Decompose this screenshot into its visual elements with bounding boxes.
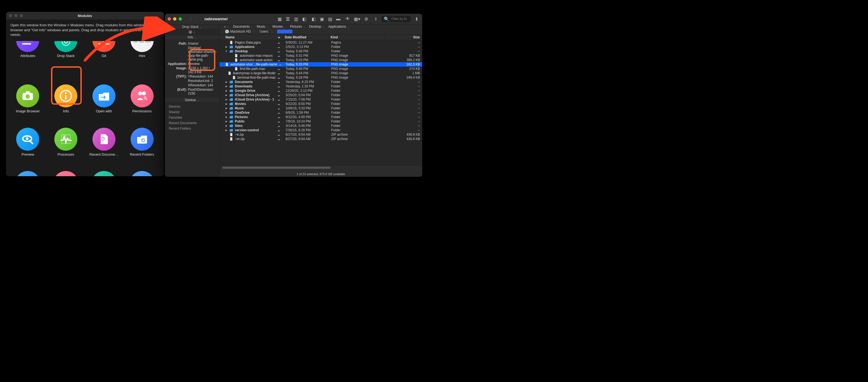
col-date[interactable]: Date Modified: [283, 35, 329, 39]
horizontal-scrollbar[interactable]: [222, 167, 420, 169]
disclosure-icon[interactable]: ▶: [225, 125, 228, 127]
list-view-icon[interactable]: ☰: [284, 16, 291, 22]
disclosure-icon[interactable]: ▶: [225, 111, 228, 114]
file-row[interactable]: ▶Music☁︎10/8/19, 3:33 PMFolder--: [219, 106, 422, 110]
fav-applications[interactable]: Applications ⌄: [329, 25, 349, 29]
pane-2-icon[interactable]: ▣: [318, 16, 325, 22]
disclosure-icon[interactable]: ▶: [225, 89, 228, 92]
home-icon[interactable]: ⌂ ⌄: [224, 25, 229, 29]
col-kind[interactable]: Kind: [329, 35, 385, 39]
minimize-button[interactable]: [173, 17, 177, 21]
file-row[interactable]: ▶Movies☁︎9/22/20, 6:00 PMFolder--: [219, 102, 422, 106]
file-row[interactable]: ▶OneDrive☁︎8/9/20, 1:59 PMFolder--: [219, 110, 422, 115]
back-button[interactable]: 〈: [186, 16, 193, 22]
disclosure-icon[interactable]: ▶: [225, 85, 228, 88]
file-row[interactable]: ▶iCloud Drive (Archive) - 1☁︎7/15/20, 7:…: [219, 97, 422, 102]
module-drop-stack[interactable]: ◎ Drop Stack: [47, 41, 85, 82]
file-row[interactable]: ▶Documents☁︎Yesterday, 6:25 PMFolder--: [219, 80, 422, 84]
module-preview[interactable]: Preview: [9, 128, 47, 168]
icon-view-icon[interactable]: ▦: [276, 16, 283, 22]
disclosure-icon[interactable]: ▶: [225, 45, 228, 48]
module-partial-4[interactable]: [123, 171, 161, 176]
file-row[interactable]: find-file-path-mac☁︎Today, 5:49 PMPNG im…: [219, 67, 422, 71]
module-partial-1[interactable]: [9, 171, 47, 176]
file-row[interactable]: ~er.zip☁︎6/27/20, 9:54 AMZIP archive436.…: [219, 137, 422, 141]
column-view-icon[interactable]: ▥: [293, 16, 299, 22]
get-more-button[interactable]: Get …: [144, 27, 160, 32]
pane-3-icon[interactable]: ▤: [327, 16, 333, 22]
col-size[interactable]: Size: [385, 35, 422, 39]
file-row[interactable]: ▶version-control☁︎7/30/15, 6:28 PMFolder…: [219, 128, 422, 132]
file-row[interactable]: ▶Downloads☁︎Yesterday, 1:30 PMFolder--: [219, 84, 422, 89]
file-row[interactable]: Pagico Data.pgco☁︎5/30/20, 11:27 AMPagic…: [219, 40, 422, 45]
col-name[interactable]: Name: [219, 35, 283, 39]
fav-documents[interactable]: Documents ⌄: [233, 25, 253, 29]
group-icon[interactable]: ▦▾: [353, 16, 360, 22]
sidebar-header[interactable]: Sidebar⌄: [165, 98, 219, 103]
module-open-with[interactable]: Open with: [85, 84, 123, 125]
fav-movies[interactable]: Movies ⌄: [272, 25, 286, 29]
crumb-user-redacted[interactable]: [277, 30, 292, 33]
sidebar-item[interactable]: Recent Documents: [165, 120, 219, 126]
search-field[interactable]: 🔍: [381, 16, 411, 22]
drop-stack-header[interactable]: Drop Stack⌄: [165, 24, 219, 30]
download-icon[interactable]: ⬇︎: [413, 16, 420, 22]
file-row[interactable]: automator-mac-macos☁︎Today, 5:31 PMPNG i…: [219, 54, 422, 58]
sidebar-item[interactable]: Recent Folders: [165, 126, 219, 131]
sidebar-item[interactable]: Devices: [165, 104, 219, 109]
zoom-button[interactable]: [20, 14, 23, 17]
file-row[interactable]: ▶Pictures☁︎9/22/20, 4:00 PMFolder--: [219, 115, 422, 119]
action-icon[interactable]: ⚙︎: [363, 16, 370, 22]
disclosure-icon[interactable]: ▶: [225, 98, 228, 101]
fav-desktop[interactable]: Desktop ⌄: [309, 25, 324, 29]
disclosure-icon[interactable]: ▶: [225, 94, 228, 97]
pane-4-icon[interactable]: ▬: [335, 16, 342, 22]
file-row[interactable]: leanmymac-x-large-file-finder☁︎Today, 5:…: [219, 71, 422, 75]
disclosure-icon[interactable]: ▶: [225, 107, 228, 110]
file-row[interactable]: terminal-find-file-path-mac☁︎Today, 5:28…: [219, 75, 422, 80]
crumb-disk[interactable]: 💽 Macintosh HD: [225, 30, 251, 33]
file-row[interactable]: ▶Google Drive☁︎12/26/20, 2:13 PMFolder--: [219, 89, 422, 93]
modules-titlebar[interactable]: Modules: [6, 12, 164, 20]
close-button[interactable]: [9, 14, 12, 17]
module-info[interactable]: Info: [47, 84, 85, 125]
module-processes[interactable]: Processes: [47, 128, 85, 168]
module-image-browser[interactable]: Image Browser: [9, 84, 47, 125]
drop-stack[interactable]: ◎ ⌄: [165, 30, 219, 35]
file-row[interactable]: ▶Sites☁︎3/14/16, 5:46 PMFolder--: [219, 124, 422, 128]
disclosure-icon[interactable]: ▼: [225, 50, 228, 53]
disclosure-icon[interactable]: ▶: [225, 80, 228, 83]
module-recent-documents[interactable]: Recent Docume…: [85, 128, 123, 168]
gallery-view-icon[interactable]: ◧: [301, 16, 308, 22]
disclosure-icon[interactable]: ▶: [225, 129, 228, 132]
module-permissions[interactable]: Permissions: [123, 84, 161, 125]
sidebar-item[interactable]: Shared: [165, 109, 219, 115]
module-partial-3[interactable]: KB: [85, 171, 123, 176]
close-button[interactable]: [167, 17, 171, 21]
preview-toggle-icon[interactable]: 👁: [344, 16, 351, 22]
module-attributes[interactable]: Attributes: [9, 41, 47, 82]
file-row[interactable]: ▼Desktop☁︎Today, 5:49 PMFolder--: [219, 49, 422, 54]
file-row[interactable]: ▶Public☁︎7/9/19, 10:24 PMFolder--: [219, 119, 422, 124]
zoom-button[interactable]: [179, 17, 182, 21]
file-row[interactable]: automator-shor…file-path-name☁︎Today, 5:…: [219, 62, 422, 67]
file-row[interactable]: ▶iCloud Drive (Archive)☁︎3/25/20, 5:04 P…: [219, 93, 422, 97]
disclosure-icon[interactable]: ▶: [225, 120, 228, 123]
pane-1-icon[interactable]: ◧: [310, 16, 317, 22]
module-recent-folders[interactable]: Recent Folders: [123, 128, 161, 168]
info-header[interactable]: Info⌄: [165, 35, 219, 40]
disclosure-icon[interactable]: ▶: [225, 116, 228, 118]
module-partial-2[interactable]: [47, 171, 85, 176]
sidebar-item[interactable]: Favorites: [165, 115, 219, 120]
minimize-button[interactable]: [14, 14, 18, 17]
search-input[interactable]: [391, 17, 407, 21]
module-hex[interactable]: 108 616c 743d144 2222 2074 Hex: [123, 41, 161, 82]
file-row[interactable]: automator-save-action☁︎Today, 5:33 PMPNG…: [219, 58, 422, 62]
forward-button[interactable]: 〉: [193, 16, 200, 22]
fav-pictures[interactable]: Pictures ⌄: [290, 25, 305, 29]
file-row[interactable]: ~e.zip☁︎6/27/20, 9:54 AMZIP archive436.8…: [219, 132, 422, 137]
disclosure-icon[interactable]: ▶: [225, 103, 228, 105]
share-icon[interactable]: ⇪: [372, 16, 379, 22]
crumb-users[interactable]: Users: [259, 30, 268, 33]
file-row[interactable]: ▶Applications☁︎2/5/20, 3:13 PMFolder--: [219, 45, 422, 49]
